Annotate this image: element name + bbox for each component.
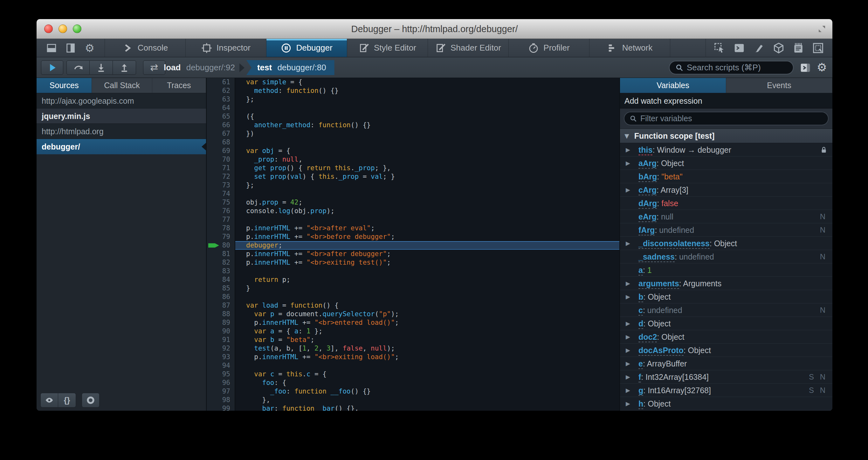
source-host-header[interactable]: http://htmlpad.org <box>37 124 206 139</box>
line-number-gutter[interactable]: 91 <box>207 336 235 344</box>
line-number-gutter[interactable]: 85 <box>207 284 235 293</box>
variable-row-bArg[interactable]: bArg: "beta" <box>620 170 832 183</box>
line-number-gutter[interactable]: 70 <box>207 155 235 164</box>
line-number-gutter[interactable]: 63 <box>207 95 235 104</box>
pretty-print-button[interactable]: {} <box>58 393 76 407</box>
expand-arrow-icon[interactable]: ▶ <box>626 183 630 197</box>
line-number-gutter[interactable]: 77 <box>207 215 235 224</box>
line-number-gutter[interactable]: 99 <box>207 404 235 411</box>
source-item[interactable]: jquery.min.js <box>37 109 206 124</box>
expand-arrow-icon[interactable]: ▶ <box>626 344 630 357</box>
line-number-gutter[interactable]: 90 <box>207 327 235 336</box>
variable-row-cArg[interactable]: ▶cArg: Array[3] <box>620 183 832 197</box>
line-number-gutter[interactable]: 76 <box>207 207 235 215</box>
line-number-gutter[interactable]: 87 <box>207 301 235 310</box>
sources-tab-traces[interactable]: Traces <box>152 78 206 93</box>
line-number-gutter[interactable]: 61 <box>207 78 235 87</box>
expand-arrow-icon[interactable]: ▶ <box>626 156 630 170</box>
code-editor[interactable]: 61var simple = {62 method: function() {}… <box>207 78 619 411</box>
step-out-button[interactable] <box>113 60 136 75</box>
line-number-gutter[interactable]: 89 <box>207 318 235 327</box>
variable-row-arguments[interactable]: ▶arguments: Arguments <box>620 277 832 290</box>
breadcrumb-frame-load[interactable]: load debugger/:92 <box>161 63 238 73</box>
expand-arrow-icon[interactable]: ▶ <box>626 237 630 250</box>
scope-header[interactable]: ▼ Function scope [test] <box>620 129 832 143</box>
step-in-button[interactable] <box>90 60 113 75</box>
tab-inspector[interactable]: Inspector <box>186 39 267 57</box>
line-number-gutter[interactable]: 64 <box>207 104 235 112</box>
line-number-gutter[interactable]: 68 <box>207 138 235 147</box>
debugger-options-icon[interactable]: ⚙ <box>816 62 828 74</box>
variables-tab-variables[interactable]: Variables <box>620 78 726 93</box>
line-number-gutter[interactable]: 96 <box>207 379 235 387</box>
resume-button[interactable] <box>41 60 63 75</box>
expand-arrow-icon[interactable]: ▶ <box>626 290 630 304</box>
tab-profiler[interactable]: Profiler <box>509 39 589 57</box>
blackbox-eye-button[interactable] <box>40 393 58 407</box>
variable-row-g[interactable]: ▶g: Int16Array[32768]S N <box>620 384 832 397</box>
variable-row-d[interactable]: ▶d: Object <box>620 317 832 330</box>
toggle-breakpoints-button[interactable] <box>82 393 99 407</box>
dock-bottom-icon[interactable] <box>46 42 57 53</box>
variable-row-_disconsolateness[interactable]: ▶_disconsolateness: Object <box>620 237 832 250</box>
variables-tab-events[interactable]: Events <box>726 78 832 93</box>
line-number-gutter[interactable]: 73 <box>207 181 235 190</box>
line-number-gutter[interactable]: 69 <box>207 147 235 155</box>
variable-row-a[interactable]: a: 1 <box>620 263 832 277</box>
expand-panes-icon[interactable] <box>799 62 811 74</box>
line-number-gutter[interactable]: 88 <box>207 310 235 318</box>
line-number-gutter[interactable]: 75 <box>207 198 235 207</box>
variable-row-c[interactable]: c: undefinedN <box>620 304 832 317</box>
line-number-gutter[interactable]: 93 <box>207 353 235 362</box>
line-number-gutter[interactable]: 92 <box>207 344 235 353</box>
line-number-gutter[interactable]: 65 <box>207 112 235 121</box>
scratchpad-icon[interactable] <box>792 42 804 54</box>
add-watch-expression[interactable]: Add watch expression <box>620 93 832 109</box>
paintbrush-icon[interactable] <box>753 42 765 54</box>
expand-arrow-icon[interactable]: ▶ <box>626 330 630 344</box>
step-over-button[interactable] <box>66 60 90 75</box>
variable-row-_sadness[interactable]: _sadness: undefinedN <box>620 250 832 263</box>
line-number-gutter[interactable]: 81 <box>207 250 235 258</box>
line-number-gutter[interactable]: 98 <box>207 396 235 404</box>
sources-tab-call-stack[interactable]: Call Stack <box>92 78 152 93</box>
tab-shader-editor[interactable]: Shader Editor <box>428 39 509 57</box>
variable-row-dArg[interactable]: dArg: false <box>620 197 832 210</box>
variable-row-fArg[interactable]: fArg: undefinedN <box>620 223 832 237</box>
variable-row-h[interactable]: ▶h: Object <box>620 397 832 410</box>
line-number-gutter[interactable]: 78 <box>207 224 235 233</box>
line-number-gutter[interactable]: 80 <box>207 241 235 250</box>
dock-side-icon[interactable] <box>65 42 76 53</box>
line-number-gutter[interactable]: 74 <box>207 190 235 198</box>
tab-network[interactable]: Network <box>589 39 670 57</box>
variable-row-e[interactable]: ▶e: ArrayBuffer <box>620 357 832 370</box>
source-item[interactable]: debugger/ <box>37 139 206 154</box>
expand-arrow-icon[interactable]: ▶ <box>626 277 630 290</box>
variable-row-f[interactable]: ▶f: Int32Array[16384]S N <box>620 370 832 384</box>
expand-arrow-icon[interactable]: ▶ <box>626 317 630 330</box>
breadcrumb-frame-test[interactable]: test debugger/:80 <box>246 60 335 75</box>
tab-console[interactable]: Console <box>105 39 186 57</box>
line-number-gutter[interactable]: 71 <box>207 164 235 172</box>
split-console-icon[interactable] <box>733 42 745 54</box>
tab-debugger[interactable]: Debugger <box>267 39 347 57</box>
expand-arrow-icon[interactable]: ▶ <box>626 143 630 156</box>
line-number-gutter[interactable]: 97 <box>207 387 235 396</box>
filter-variables-input[interactable] <box>640 114 823 123</box>
line-number-gutter[interactable]: 83 <box>207 267 235 276</box>
expand-arrow-icon[interactable]: ▶ <box>626 397 630 410</box>
line-number-gutter[interactable]: 84 <box>207 276 235 284</box>
line-number-gutter[interactable]: 79 <box>207 233 235 241</box>
expand-arrow-icon[interactable]: ▶ <box>626 357 630 370</box>
pick-element-icon[interactable] <box>713 42 725 54</box>
tab-style-editor[interactable]: Style Editor <box>347 39 428 57</box>
variable-row-aArg[interactable]: ▶aArg: Object <box>620 156 832 170</box>
variable-row-this[interactable]: ▶this: Window → debugger <box>620 143 832 156</box>
variable-row-b[interactable]: ▶b: Object <box>620 290 832 304</box>
variable-row-docAsProto[interactable]: ▶docAsProto: Object <box>620 344 832 357</box>
line-number-gutter[interactable]: 94 <box>207 362 235 370</box>
line-number-gutter[interactable]: 62 <box>207 87 235 95</box>
responsive-mode-icon[interactable] <box>812 42 824 54</box>
variable-row-eArg[interactable]: eArg: nullN <box>620 210 832 223</box>
toolbox-options-icon[interactable]: ⚙ <box>84 42 95 53</box>
